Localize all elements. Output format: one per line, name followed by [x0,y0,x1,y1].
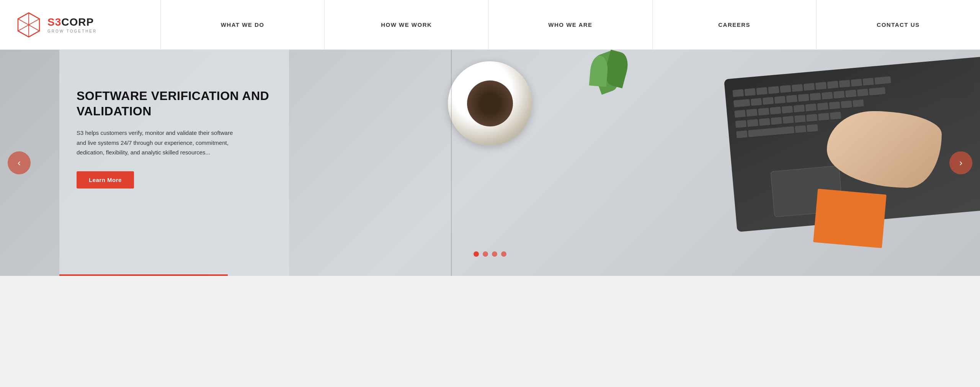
chevron-right-icon: › [959,157,962,168]
key [745,88,756,97]
key [782,116,794,125]
key [782,106,793,114]
key [733,89,744,98]
logo-corp: CORP [61,16,94,28]
nav-item-contact-us[interactable]: CONTACT US [817,0,980,49]
key [841,100,852,109]
logo-s3: S3 [47,16,61,28]
key [733,99,750,108]
hero-bottom-accent-line [59,274,228,276]
key [833,91,845,99]
key [804,83,815,92]
nav-item-what-we-do[interactable]: WHAT WE DO [161,0,325,49]
carousel-dots [474,251,506,257]
key [827,81,839,89]
carousel-dot-2[interactable] [483,251,488,257]
hero-description: S3 helps customers verify, monitor and v… [77,128,241,157]
key [794,105,805,113]
key [768,86,779,95]
key [735,120,747,128]
key [806,114,818,122]
key [763,97,774,105]
carousel-dot-3[interactable] [492,251,497,257]
logo-area: S3CORP GROW TOGETHER [0,0,161,49]
key [815,82,827,90]
key [746,109,758,117]
hero-content: SOFTWARE VERIFICATION AND VALIDATION S3 … [77,88,276,189]
hero-section: SOFTWARE VERIFICATION AND VALIDATION S3 … [0,50,980,276]
key [751,98,762,107]
key [756,87,768,95]
header: S3CORP GROW TOGETHER WHAT WE DO HOW WE W… [0,0,980,50]
key [830,112,841,120]
hero-divider [451,50,452,276]
chevron-left-icon: ‹ [18,157,21,168]
below-hero-section [0,276,980,322]
carousel-dot-4[interactable] [501,251,506,257]
carousel-next-button[interactable]: › [949,151,972,174]
nav-item-careers[interactable]: CAREERS [653,0,817,49]
key [736,130,748,139]
key [805,103,817,112]
key [810,93,821,101]
coffee-cup [448,61,532,146]
key [845,90,857,98]
key-spacebar [748,126,794,138]
key [770,107,781,115]
key [818,113,830,121]
key [839,80,851,88]
key [780,85,791,93]
key [862,78,874,86]
key [807,124,818,133]
carousel-prev-button[interactable]: ‹ [8,151,31,174]
logo-icon [15,11,42,38]
nav-item-who-we-are[interactable]: WHO WE ARE [488,0,652,49]
key [794,115,806,123]
key [774,96,786,104]
key [792,84,803,92]
carousel-dot-1[interactable] [474,251,479,257]
key [822,92,833,100]
key [829,102,840,110]
key [747,119,759,128]
learn-more-button[interactable]: Learn More [77,171,134,189]
key [869,87,886,96]
key [857,89,869,97]
key [786,95,797,103]
key [851,79,862,87]
key [798,94,809,102]
key [817,103,829,111]
key [758,108,769,116]
key [734,110,746,118]
key [874,76,891,85]
logo-title: S3CORP [47,16,97,28]
logo-tagline: GROW TOGETHER [47,29,97,33]
logo-text: S3CORP GROW TOGETHER [47,16,97,33]
key [795,125,806,134]
main-nav: WHAT WE DO HOW WE WORK WHO WE ARE CAREER… [161,0,980,49]
key [759,118,770,126]
hero-title: SOFTWARE VERIFICATION AND VALIDATION [77,88,276,119]
key [853,100,864,108]
nav-item-how-we-work[interactable]: HOW WE WORK [325,0,488,49]
key [771,117,782,125]
orange-notebook [813,189,887,248]
